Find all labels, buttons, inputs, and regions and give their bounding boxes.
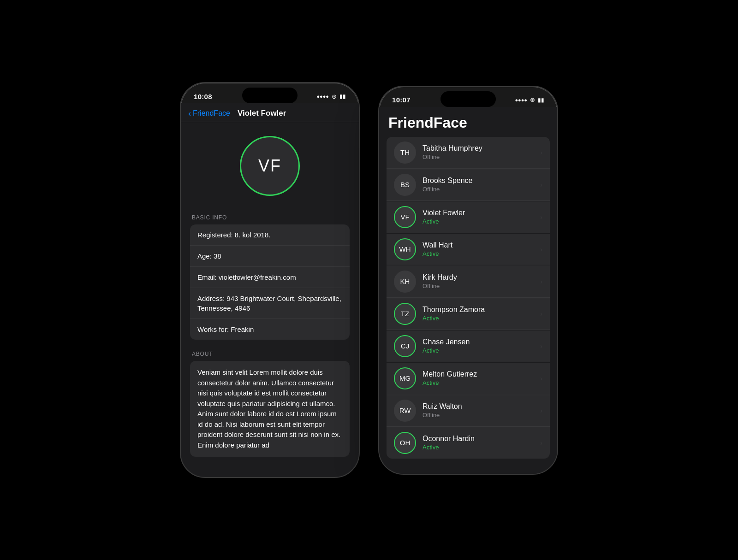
- chevron-right-icon: ›: [540, 342, 542, 350]
- chevron-right-icon: ›: [540, 181, 542, 189]
- about-card: Veniam sint velit Lorem mollit dolore du…: [190, 361, 350, 457]
- status-icons-left: ●●●● ⊛ ▮▮: [316, 93, 346, 100]
- friend-status: Offline: [423, 412, 536, 419]
- about-label: ABOUT: [190, 351, 350, 357]
- friend-status: Active: [423, 315, 536, 322]
- avatar-container: VF: [190, 136, 350, 196]
- friend-name: Violet Fowler: [423, 209, 536, 217]
- friends-screen: FriendFace TH Tabitha Humphrey Offline ›…: [379, 107, 557, 474]
- info-row-registered: Registered: 8. kol 2018.: [190, 224, 350, 246]
- friend-info: Kirk Hardy Offline: [423, 273, 536, 289]
- chevron-right-icon: ›: [540, 375, 542, 382]
- friend-status: Active: [423, 218, 536, 225]
- friend-status: Offline: [423, 186, 536, 193]
- nav-title: Violet Fowler: [238, 109, 286, 118]
- chevron-right-icon: ›: [540, 149, 542, 156]
- battery-icon: ▮▮: [339, 93, 346, 100]
- right-phone: 10:07 ●●●● ⊛ ▮▮ FriendFace TH Tabitha Hu…: [378, 86, 558, 475]
- basic-info-label: BASIC INFO: [190, 214, 350, 221]
- info-row-age: Age: 38: [190, 246, 350, 267]
- friend-name: Ruiz Walton: [423, 402, 536, 411]
- list-item[interactable]: TZ Thompson Zamora Active ›: [387, 298, 550, 330]
- friend-avatar: CJ: [394, 335, 416, 357]
- friend-info: Melton Gutierrez Active: [423, 370, 536, 386]
- friend-status: Active: [423, 347, 536, 354]
- status-icons-right: ●●●● ⊛ ▮▮: [515, 96, 544, 103]
- list-item[interactable]: VF Violet Fowler Active ›: [387, 201, 550, 233]
- friend-name: Oconnor Hardin: [423, 435, 536, 443]
- info-row-email: Email: violetfowler@freakin.com: [190, 267, 350, 288]
- friend-info: Violet Fowler Active: [423, 209, 536, 225]
- friend-info: Oconnor Hardin Active: [423, 435, 536, 451]
- friend-avatar: KH: [394, 271, 416, 293]
- nav-bar: ‹ FriendFace Violet Fowler: [181, 103, 359, 122]
- friend-avatar: WH: [394, 238, 416, 260]
- list-item[interactable]: WH Wall Hart Active ›: [387, 234, 550, 265]
- friend-name: Thompson Zamora: [423, 306, 536, 314]
- time-right: 10:07: [392, 96, 411, 104]
- page-title: FriendFace: [388, 114, 548, 131]
- left-phone: 10:08 ●●●● ⊛ ▮▮ ‹ FriendFace Violet Fowl…: [180, 82, 360, 478]
- wifi-icon-right: ⊛: [530, 96, 535, 103]
- friend-name: Chase Jensen: [423, 338, 536, 346]
- chevron-right-icon: ›: [540, 278, 542, 285]
- friend-status: Offline: [423, 153, 536, 160]
- basic-info-card: Registered: 8. kol 2018. Age: 38 Email: …: [190, 224, 350, 340]
- friend-info: Tabitha Humphrey Offline: [423, 144, 536, 160]
- friend-status: Offline: [423, 283, 536, 289]
- friend-avatar: OH: [394, 432, 416, 454]
- friend-info: Wall Hart Active: [423, 241, 536, 257]
- chevron-right-icon: ›: [540, 310, 542, 318]
- profile-screen: ‹ FriendFace Violet Fowler VF BASIC INFO…: [181, 103, 359, 477]
- list-item[interactable]: MG Melton Gutierrez Active ›: [387, 363, 550, 395]
- back-label: FriendFace: [193, 109, 230, 118]
- avatar-circle: VF: [240, 136, 300, 196]
- friend-info: Chase Jensen Active: [423, 338, 536, 354]
- signal-icon: ●●●●: [316, 94, 329, 99]
- friend-avatar: VF: [394, 206, 416, 228]
- friend-status: Active: [423, 250, 536, 257]
- battery-icon-right: ▮▮: [538, 97, 544, 103]
- friend-info: Thompson Zamora Active: [423, 306, 536, 322]
- signal-icon-right: ●●●●: [515, 97, 527, 103]
- chevron-right-icon: ›: [540, 246, 542, 253]
- friend-info: Brooks Spence Offline: [423, 177, 536, 193]
- friend-avatar: BS: [394, 174, 416, 196]
- list-item[interactable]: BS Brooks Spence Offline ›: [387, 169, 550, 201]
- chevron-right-icon: ›: [540, 213, 542, 221]
- friend-name: Tabitha Humphrey: [423, 144, 536, 153]
- profile-content: VF BASIC INFO Registered: 8. kol 2018. A…: [181, 122, 359, 477]
- back-button[interactable]: ‹ FriendFace: [188, 109, 230, 118]
- dynamic-island-right: [440, 91, 496, 107]
- friend-avatar: TH: [394, 141, 416, 164]
- friend-avatar: MG: [394, 367, 416, 389]
- friend-status: Active: [423, 444, 536, 451]
- friends-list: TH Tabitha Humphrey Offline › BS Brooks …: [379, 137, 557, 474]
- list-item[interactable]: CJ Chase Jensen Active ›: [387, 330, 550, 362]
- info-row-address: Address: 943 Brightwater Court, Shepards…: [190, 288, 350, 319]
- dynamic-island: [242, 88, 298, 103]
- time-left: 10:08: [194, 93, 212, 100]
- wifi-icon: ⊛: [332, 93, 337, 100]
- list-item[interactable]: TH Tabitha Humphrey Offline ›: [387, 137, 550, 169]
- friend-avatar: TZ: [394, 303, 416, 325]
- list-header: FriendFace: [379, 107, 557, 137]
- chevron-right-icon: ›: [540, 407, 542, 414]
- info-row-works: Works for: Freakin: [190, 319, 350, 340]
- friend-name: Wall Hart: [423, 241, 536, 249]
- list-item[interactable]: RW Ruiz Walton Offline ›: [387, 395, 550, 427]
- friend-name: Brooks Spence: [423, 177, 536, 185]
- list-item[interactable]: OH Oconnor Hardin Active ›: [387, 427, 550, 459]
- chevron-right-icon: ›: [540, 439, 542, 447]
- friend-name: Kirk Hardy: [423, 273, 536, 282]
- about-text: Veniam sint velit Lorem mollit dolore du…: [197, 367, 342, 450]
- back-chevron-icon: ‹: [188, 109, 191, 118]
- friend-info: Ruiz Walton Offline: [423, 402, 536, 419]
- friend-status: Active: [423, 379, 536, 386]
- friends-section: TH Tabitha Humphrey Offline › BS Brooks …: [387, 137, 550, 459]
- friend-name: Melton Gutierrez: [423, 370, 536, 378]
- avatar-initials: VF: [258, 156, 281, 176]
- friend-avatar: RW: [394, 400, 416, 422]
- list-item[interactable]: KH Kirk Hardy Offline ›: [387, 266, 550, 298]
